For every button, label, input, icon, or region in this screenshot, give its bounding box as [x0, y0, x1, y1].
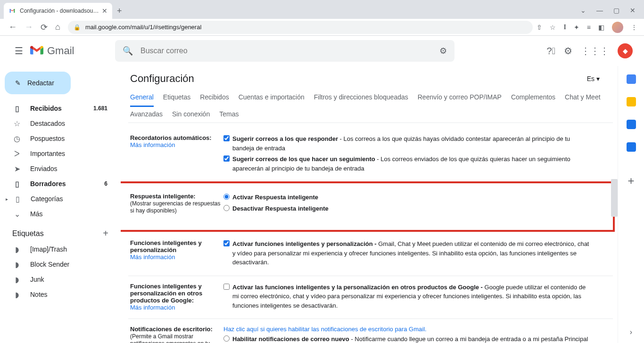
tab-advanced[interactable]: Avanzadas	[130, 106, 163, 122]
gmail-header: ☰ Gmail 🔍 ⚙ ?⃝ ⚙ ⋮⋮⋮ ◆	[0, 36, 644, 66]
label-item[interactable]: ◗Block Sender	[0, 257, 117, 272]
url-text: mail.google.com/mail/u/1/#settings/gener…	[85, 24, 201, 31]
address-bar[interactable]: 🔒 mail.google.com/mail/u/1/#settings/gen…	[68, 21, 533, 34]
tasks-icon[interactable]	[627, 120, 636, 129]
collapse-panel-icon[interactable]: ›	[630, 328, 632, 336]
extension-icon[interactable]: I	[563, 24, 566, 31]
main-menu-icon[interactable]: ☰	[8, 45, 30, 57]
label-item[interactable]: ◗[Imap]/Trash	[0, 242, 117, 257]
tab-inbox[interactable]: Recibidos	[200, 90, 229, 106]
account-badge-icon: ◆	[623, 47, 628, 55]
draft-icon: ▯	[12, 180, 22, 188]
tab-filters[interactable]: Filtros y direcciones bloqueadas	[314, 90, 408, 106]
side-panel-icon[interactable]: ◧	[598, 24, 604, 31]
reading-list-icon[interactable]: ≡	[587, 24, 591, 31]
settings-content: Configuración Es▾ General Etiquetas Reci…	[121, 66, 618, 343]
tab-accounts[interactable]: Cuentas e importación	[239, 90, 305, 106]
pencil-icon: ✎	[15, 79, 21, 87]
search-options-icon[interactable]: ⚙	[439, 46, 447, 56]
extensions-puzzle-icon[interactable]: ✦	[574, 24, 579, 31]
profile-avatar[interactable]	[612, 22, 623, 33]
gmail-logo[interactable]: Gmail	[30, 45, 115, 57]
browser-tab-strip: Configuración - downloadsource ✕ + ⌄ ― ▢…	[0, 0, 644, 19]
settings-tabs: General Etiquetas Recibidos Cuentas e im…	[128, 90, 613, 123]
nudge-reply-checkbox[interactable]	[223, 135, 230, 141]
nudge-followup-checkbox[interactable]	[223, 155, 230, 162]
account-avatar[interactable]: ◆	[618, 43, 633, 58]
tab-offline[interactable]: Sin conexión	[172, 106, 210, 122]
tab-addons[interactable]: Complementos	[511, 90, 555, 106]
search-icon[interactable]: 🔍	[123, 46, 133, 56]
sidebar-item-important[interactable]: ᐳ Importantes	[0, 146, 117, 161]
chevron-down-icon[interactable]: ⌄	[580, 7, 586, 14]
apps-grid-icon[interactable]: ⋮⋮⋮	[581, 45, 609, 57]
sidebar-item-sent[interactable]: ➤ Enviados	[0, 161, 117, 176]
setting-smart-reply-highlight: Respuesta inteligente: (Mostrar sugerenc…	[121, 181, 615, 232]
reload-icon[interactable]: ⟳	[41, 22, 48, 33]
sidebar-item-inbox[interactable]: ▯ Recibidos 1.681	[0, 101, 117, 116]
browser-toolbar: ← → ⟳ ⌂ 🔒 mail.google.com/mail/u/1/#sett…	[0, 19, 644, 36]
smart-features-checkbox[interactable]	[223, 240, 230, 246]
browser-tab[interactable]: Configuración - downloadsource ✕	[4, 3, 112, 19]
inbox-icon: ▯	[12, 104, 22, 113]
setting-smart-features: Funciones inteligentes y personalización…	[128, 236, 613, 273]
home-icon[interactable]: ⌂	[55, 22, 60, 32]
setting-label: Recordatorios automáticos:	[130, 134, 212, 141]
keep-icon[interactable]	[627, 97, 636, 106]
sidebar-item-snoozed[interactable]: ◷ Pospuestos	[0, 131, 117, 146]
window-controls: ⌄ ― ▢ ✕	[580, 7, 644, 19]
settings-gear-icon[interactable]: ⚙	[564, 45, 572, 57]
add-on-plus-icon[interactable]: +	[627, 174, 634, 188]
tab-themes[interactable]: Temas	[219, 106, 239, 122]
new-tab-button[interactable]: +	[117, 6, 122, 19]
close-tab-icon[interactable]: ✕	[102, 7, 107, 15]
bookmark-icon[interactable]: ☆	[550, 24, 556, 31]
more-info-link[interactable]: Más información	[130, 141, 175, 148]
setting-desktop-notifications: Notificaciones de escritorio: (Permite a…	[128, 322, 613, 343]
sidebar: ✎ Redactar ▯ Recibidos 1.681 ☆ Destacado…	[0, 66, 121, 343]
smart-features-other-checkbox[interactable]	[223, 284, 230, 290]
smart-reply-on-radio[interactable]	[223, 194, 230, 200]
tab-chat[interactable]: Chat y Meet	[565, 90, 600, 106]
more-info-link[interactable]: Más información	[130, 253, 175, 261]
star-icon: ☆	[12, 119, 22, 128]
scrollbar-thumb[interactable]	[611, 179, 618, 217]
gmail-favicon	[8, 7, 16, 15]
minimize-icon[interactable]: ―	[596, 7, 603, 14]
setting-label: Funciones inteligentes y personalización	[130, 239, 202, 253]
maximize-icon[interactable]: ▢	[613, 7, 619, 14]
add-label-icon[interactable]: +	[103, 228, 108, 239]
chevron-down-icon: ⌄	[12, 210, 22, 219]
setting-label: Respuesta inteligente:	[130, 193, 196, 200]
share-icon[interactable]: ⇧	[537, 24, 542, 31]
contacts-icon[interactable]	[627, 142, 636, 152]
close-window-icon[interactable]: ✕	[630, 7, 636, 14]
smart-reply-off-radio[interactable]	[223, 205, 230, 211]
sidebar-item-more[interactable]: ⌄ Más	[0, 206, 117, 221]
enable-notifications-link[interactable]: Haz clic aquí si quieres habilitar las n…	[223, 326, 592, 333]
sent-icon: ➤	[12, 164, 22, 173]
more-info-link[interactable]: Más información	[130, 304, 175, 311]
search-box[interactable]: 🔍 ⚙	[115, 40, 454, 62]
help-icon[interactable]: ?⃝	[547, 46, 555, 57]
sidebar-item-drafts[interactable]: ▯ Borradores 6	[0, 176, 117, 191]
language-selector[interactable]: Es▾	[587, 75, 600, 82]
setting-smart-features-other: Funciones inteligentes y personalización…	[128, 279, 613, 316]
sidebar-item-starred[interactable]: ☆ Destacados	[0, 116, 117, 131]
label-item[interactable]: ◗Notes	[0, 287, 117, 302]
important-icon: ᐳ	[12, 149, 22, 158]
search-input[interactable]	[140, 47, 439, 55]
tab-labels[interactable]: Etiquetas	[163, 90, 190, 106]
label-icon: ◗	[12, 245, 22, 254]
browser-menu-icon[interactable]: ⋮	[631, 24, 637, 31]
setting-nudges: Recordatorios automáticos: Más informaci…	[128, 131, 613, 179]
tab-forwarding[interactable]: Reenvío y correo POP/IMAP	[418, 90, 502, 106]
back-icon[interactable]: ←	[8, 22, 17, 32]
gmail-logo-icon	[30, 46, 43, 56]
label-item[interactable]: ◗Junk	[0, 272, 117, 287]
tab-general[interactable]: General	[130, 90, 154, 107]
sidebar-item-categories[interactable]: ▸▯ Categorías	[0, 191, 117, 206]
notify-new-mail-radio[interactable]	[223, 335, 230, 342]
calendar-icon[interactable]	[627, 74, 636, 84]
compose-button[interactable]: ✎ Redactar	[5, 72, 71, 94]
